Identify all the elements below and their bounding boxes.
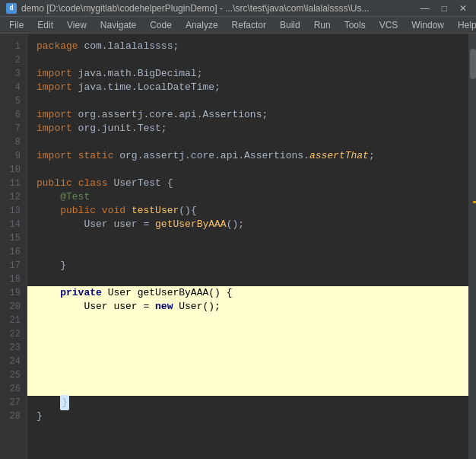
code-line-13: public void testUser(){ [36,204,468,218]
menu-run[interactable]: Run [308,18,337,32]
code-line-15 [36,231,468,245]
code-line-6: import org.assertj.core.api.Assertions; [36,108,468,122]
editor-container: 1 2 3 4 5 6 7 8 9 10 11 12 13 14 15 16 1… [0,33,476,459]
menu-refactor[interactable]: Refactor [226,18,272,32]
close-button[interactable]: ✕ [456,3,470,14]
code-line-21 [27,314,468,327]
code-line-19: private User getUserByAAA() { [27,286,468,300]
title-controls: — □ ✕ [417,3,470,14]
menu-view[interactable]: View [61,18,93,32]
code-line-10 [36,163,468,177]
code-line-5 [36,94,468,108]
menu-edit[interactable]: Edit [31,18,59,32]
code-line-25 [27,368,468,382]
scrollbar-thumb[interactable] [470,49,476,79]
title-left: d demo [D:\code\mygitlab\codehelperPlugi… [6,3,370,14]
code-line-27: } [36,396,468,410]
code-line-7: import org.junit.Test; [36,122,468,135]
menu-help[interactable]: Help [452,18,476,32]
menu-code[interactable]: Code [144,18,178,32]
menu-file[interactable]: File [3,18,30,32]
code-line-4: import java.time.LocalDateTime; [36,81,468,94]
code-line-17: } [36,259,468,273]
title-bar: d demo [D:\code\mygitlab\codehelperPlugi… [0,0,476,17]
title-text: demo [D:\code\mygitlab\codehelperPluginD… [21,3,370,14]
code-line-28: } [36,410,468,423]
code-line-12: @Test [36,190,468,204]
code-line-16 [36,245,468,259]
menu-tools[interactable]: Tools [338,18,372,32]
code-line-11: public class UserTest { [36,177,468,190]
menu-analyze[interactable]: Analyze [179,18,224,32]
minimize-button[interactable]: — [417,3,433,14]
code-line-2 [36,53,468,67]
code-line-18 [36,273,468,286]
code-line-8 [36,135,468,149]
code-area[interactable]: package com.lalalalssss; import java.mat… [27,33,468,459]
code-line-20: User user = new User(); [27,300,468,314]
code-line-23 [27,341,468,355]
menu-navigate[interactable]: Navigate [94,18,142,32]
right-scrollbar[interactable] [468,33,476,459]
menu-vcs[interactable]: VCS [373,18,405,32]
menu-window[interactable]: Window [405,18,450,32]
code-line-14: User user = getUserByAAA(); [36,218,468,231]
code-line-3: import java.math.BigDecimal; [36,67,468,81]
menu-build[interactable]: Build [274,18,306,32]
code-line-24 [27,355,468,368]
app-icon: d [6,3,17,14]
maximize-button[interactable]: □ [439,3,450,14]
code-line-1: package com.lalalalssss; [36,40,468,53]
scrollbar-marker-yellow [473,201,476,203]
line-numbers: 1 2 3 4 5 6 7 8 9 10 11 12 13 14 15 16 1… [0,33,27,459]
menu-bar: File Edit View Navigate Code Analyze Ref… [0,17,476,33]
code-line-9: import static org.assertj.core.api.Asser… [36,149,468,163]
code-line-22 [27,327,468,341]
code-line-26 [27,382,468,396]
